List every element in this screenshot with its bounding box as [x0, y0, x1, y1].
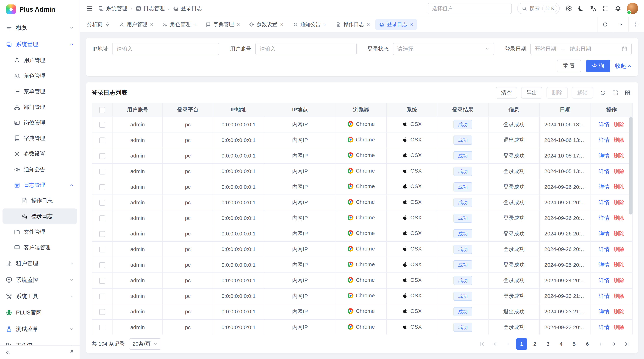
detail-link[interactable]: 详情: [599, 214, 610, 222]
row-checkbox[interactable]: [99, 153, 105, 159]
detail-link[interactable]: 详情: [599, 199, 610, 206]
sidebar-item-log[interactable]: 日志管理: [2, 177, 77, 193]
last-page-button[interactable]: [621, 338, 632, 350]
row-checkbox[interactable]: [99, 262, 105, 268]
sidebar-item-tools[interactable]: 系统工具: [2, 288, 77, 305]
sidebar-item-test[interactable]: 测试菜单: [2, 321, 77, 337]
sidebar-item-monitor[interactable]: 系统监控: [2, 272, 77, 288]
hamburger-menu-icon[interactable]: [86, 5, 93, 12]
page-size-select[interactable]: 20条/页: [129, 338, 161, 350]
tab-操作日志[interactable]: 操作日志×: [332, 19, 374, 30]
sidebar-item-overview[interactable]: 概览: [2, 20, 77, 36]
row-checkbox[interactable]: [99, 122, 105, 128]
sidebar-item-dict[interactable]: 字典管理: [2, 130, 77, 146]
detail-link[interactable]: 详情: [599, 152, 610, 159]
sidebar-item-op-log[interactable]: 操作日志: [2, 193, 77, 208]
delete-link[interactable]: 删除: [614, 246, 624, 253]
tab-options-dropdown[interactable]: [613, 17, 628, 32]
清空-button[interactable]: 清空: [496, 87, 517, 98]
sidebar-item-workflow[interactable]: 工作流: [2, 337, 77, 345]
detail-link[interactable]: 详情: [599, 183, 610, 191]
delete-link[interactable]: 删除: [614, 121, 624, 128]
refresh-table-button[interactable]: [598, 88, 608, 98]
delete-link[interactable]: 删除: [614, 199, 624, 206]
row-checkbox[interactable]: [99, 278, 105, 284]
detail-link[interactable]: 详情: [599, 308, 610, 315]
login-date-range-picker[interactable]: 开始日期 → 结束日期: [530, 43, 632, 55]
page-3-button[interactable]: 3: [542, 338, 554, 350]
sidebar-item-login-log[interactable]: 登录日志: [2, 208, 77, 224]
sidebar-item-system[interactable]: 系统管理: [2, 36, 77, 52]
sidebar-item-role[interactable]: 角色管理: [2, 68, 77, 84]
close-tab-icon[interactable]: ×: [410, 22, 413, 27]
sidebar-item-dept[interactable]: 部门管理: [2, 99, 77, 115]
row-checkbox[interactable]: [99, 231, 105, 237]
reset-button[interactable]: 重 置: [557, 60, 581, 72]
gear-icon[interactable]: [565, 5, 572, 12]
row-checkbox[interactable]: [99, 200, 105, 206]
tab-登录日志[interactable]: 登录日志×: [375, 19, 417, 30]
close-tab-icon[interactable]: ×: [150, 22, 153, 27]
detail-link[interactable]: 详情: [599, 261, 610, 269]
app-logo[interactable]: Plus Admin: [0, 0, 80, 19]
page-5-button[interactable]: 5: [568, 338, 580, 350]
login-status-select[interactable]: 请选择: [393, 43, 494, 55]
detail-link[interactable]: 详情: [599, 121, 610, 128]
row-checkbox[interactable]: [99, 325, 105, 330]
tab-用户管理[interactable]: 用户管理×: [115, 19, 157, 30]
pin-sidebar-icon[interactable]: [69, 350, 75, 355]
table-fullscreen-button[interactable]: [610, 88, 620, 98]
collapse-filter-link[interactable]: 收起: [615, 62, 632, 70]
breadcrumb-item[interactable]: 登录日志: [173, 5, 202, 12]
delete-link[interactable]: 删除: [614, 214, 624, 222]
sidebar-item-tenant[interactable]: 租户管理: [2, 255, 77, 272]
detail-link[interactable]: 详情: [599, 168, 610, 175]
right-page-button[interactable]: [595, 338, 606, 350]
row-checkbox[interactable]: [99, 137, 105, 143]
breadcrumb-item[interactable]: 系统管理: [98, 5, 127, 12]
tab-分析页[interactable]: 分析页: [83, 19, 114, 30]
row-checkbox[interactable]: [99, 215, 105, 221]
close-tab-icon[interactable]: ×: [324, 22, 326, 27]
page-6-button[interactable]: 6: [582, 338, 593, 350]
tab-通知公告[interactable]: 通知公告×: [288, 19, 330, 30]
content-fullscreen-button[interactable]: [628, 17, 644, 32]
d-left-page-button[interactable]: [490, 338, 501, 350]
delete-link[interactable]: 删除: [614, 136, 624, 144]
translate-icon[interactable]: [590, 5, 597, 12]
detail-link[interactable]: 详情: [599, 277, 610, 284]
tenant-select[interactable]: [428, 3, 512, 14]
sidebar-item-post[interactable]: 岗位管理: [2, 115, 77, 130]
sidebar-item-notice[interactable]: 通知公告: [2, 162, 77, 177]
collapse-sidebar-icon[interactable]: [5, 350, 11, 355]
row-checkbox[interactable]: [99, 184, 105, 190]
delete-link[interactable]: 删除: [614, 293, 624, 300]
page-4-button[interactable]: 4: [555, 338, 567, 350]
delete-link[interactable]: 删除: [614, 168, 624, 175]
delete-link[interactable]: 删除: [614, 261, 624, 269]
column-settings-button[interactable]: [623, 88, 632, 98]
sidebar-item-menu-list[interactable]: 菜单管理: [2, 84, 77, 99]
search-button[interactable]: 搜索 ⌘ K: [517, 3, 560, 14]
user-account-input[interactable]: [255, 43, 357, 55]
row-checkbox[interactable]: [99, 309, 105, 315]
delete-link[interactable]: 删除: [614, 277, 624, 284]
dark-mode-moon-icon[interactable]: [578, 5, 584, 12]
tab-字典管理[interactable]: 字典管理×: [202, 19, 244, 30]
row-checkbox[interactable]: [99, 294, 105, 299]
close-tab-icon[interactable]: ×: [237, 22, 240, 27]
delete-link[interactable]: 删除: [614, 152, 624, 159]
close-tab-icon[interactable]: ×: [367, 22, 370, 27]
breadcrumb-item[interactable]: 日志管理: [136, 5, 165, 12]
delete-link[interactable]: 删除: [614, 183, 624, 191]
detail-link[interactable]: 详情: [599, 293, 610, 300]
row-checkbox[interactable]: [99, 247, 105, 252]
delete-link[interactable]: 删除: [614, 308, 624, 315]
close-tab-icon[interactable]: ×: [280, 22, 283, 27]
detail-link[interactable]: 详情: [599, 230, 610, 237]
detail-link[interactable]: 详情: [599, 246, 610, 253]
fullscreen-icon[interactable]: [602, 5, 609, 12]
page-1-button[interactable]: 1: [516, 338, 527, 350]
refresh-tab-button[interactable]: [597, 17, 613, 32]
bell-icon[interactable]: [614, 5, 622, 12]
